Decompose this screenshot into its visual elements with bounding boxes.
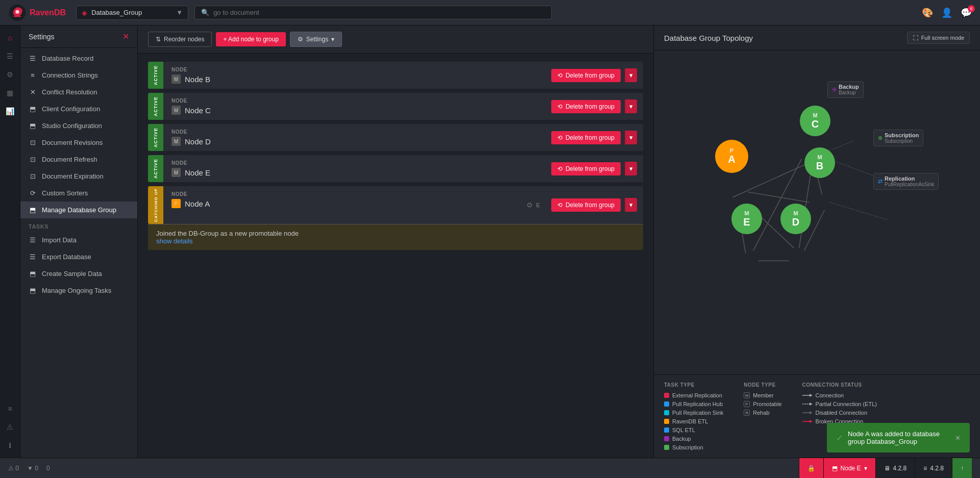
- sidebar-item-studio-configuration[interactable]: ⬒ Studio Configuration: [20, 117, 137, 134]
- topology-node-b[interactable]: M B: [804, 147, 835, 178]
- rail-settings[interactable]: ⚙: [2, 66, 18, 83]
- sql-etl-label: SQL ETL: [672, 427, 695, 433]
- manage-db-group-icon: ⬒: [29, 206, 37, 214]
- rail-logs[interactable]: ≡: [2, 400, 18, 417]
- sidebar-item-connection-strings[interactable]: ≡ Connection Strings: [20, 67, 137, 84]
- node-bottom-button[interactable]: ⬒ Node E ▾: [823, 458, 875, 479]
- task-type-title: TASK TYPE: [664, 382, 723, 388]
- partial-connection-arrow-icon: [802, 401, 813, 407]
- sidebar-item-custom-sorters[interactable]: ⟳ Custom Sorters: [20, 185, 137, 202]
- conflict-resolution-icon: ✕: [29, 88, 37, 96]
- replication-label: ⇄ Replication PullReplicationAsSink: [873, 173, 939, 190]
- rail-home[interactable]: ⌂: [2, 30, 18, 46]
- lock-icon: 🔒: [807, 465, 815, 472]
- sidebar-label-create-sample-data: Create Sample Data: [42, 270, 102, 278]
- rehab-label: Rehab: [753, 410, 769, 416]
- sidebar-item-export-database[interactable]: ☰ Export Database: [20, 248, 137, 265]
- legend-pull-sink: Pull Replication Sink: [664, 410, 723, 416]
- rail-stats[interactable]: 📊: [2, 103, 18, 119]
- subscription-legend-label: Subscription: [672, 444, 703, 450]
- topology-canvas: ⊕ Backup Backup ⊕ Subscription Subscr: [654, 51, 980, 374]
- node-e-delete-dropdown[interactable]: ▾: [625, 162, 637, 175]
- sidebar-item-client-configuration[interactable]: ⬒ Client Configuration: [20, 100, 137, 117]
- legend-backup: Backup: [664, 436, 723, 442]
- node-e-delete-button[interactable]: ⟲ Delete from group: [551, 162, 621, 175]
- sidebar-label-manage-ongoing-tasks: Manage Ongoing Tasks: [42, 287, 111, 294]
- node-c-delete-dropdown[interactable]: ▾: [625, 99, 637, 113]
- topology-node-c[interactable]: M C: [800, 106, 830, 136]
- node-bottom-label: Node E: [841, 465, 861, 472]
- disabled-connection-arrow-icon: [802, 410, 813, 415]
- rail-docs[interactable]: ☰: [2, 48, 18, 64]
- node-a-delete-button[interactable]: ⟲ Delete from group: [551, 198, 621, 212]
- ongoing-tasks-icon: ⬒: [29, 287, 37, 294]
- user-button[interactable]: 👤: [941, 7, 952, 18]
- add-node-button[interactable]: + Add node to group: [216, 32, 285, 46]
- nodes-section: ACTIVE NODE M Node B ⟲: [138, 54, 653, 458]
- sidebar-item-create-sample-data[interactable]: ⬒ Create Sample Data: [20, 265, 137, 282]
- replication-sublabel: PullReplicationAsSink: [885, 182, 934, 187]
- sidebar-item-manage-database-group[interactable]: ⬒ Manage Database Group: [20, 202, 137, 218]
- notification-button[interactable]: 💬 6: [961, 7, 972, 18]
- monitor-bottom-button[interactable]: 🖥 4.2.8: [875, 458, 915, 479]
- sidebar-header: Settings ✕: [20, 26, 137, 48]
- studio-config-icon: ⬒: [29, 122, 37, 130]
- upload-bottom-button[interactable]: ↑: [952, 458, 972, 479]
- node-bottom-chevron: ▾: [864, 465, 867, 472]
- topology-node-e[interactable]: M E: [731, 204, 762, 234]
- subscription-dot: [664, 445, 669, 450]
- toast-close-button[interactable]: ✕: [955, 434, 961, 442]
- db-selector[interactable]: ◈ Database_Group ▼: [76, 6, 188, 20]
- node-c-delete-button[interactable]: ⟲ Delete from group: [551, 100, 621, 113]
- svg-marker-17: [810, 402, 813, 406]
- sidebar-label-manage-database-group: Manage Database Group: [42, 206, 116, 214]
- sidebar-item-database-record[interactable]: ☰ Database Record: [20, 50, 137, 67]
- toast-notification: ✓ Node A was added to database group Dat…: [827, 423, 970, 452]
- node-a-delete-dropdown[interactable]: ▾: [625, 198, 637, 212]
- node-b-delete-dropdown[interactable]: ▾: [625, 68, 637, 82]
- node-e-member-icon: M: [744, 210, 749, 216]
- sidebar-item-document-expiration[interactable]: ⊡ Document Expiration: [20, 168, 137, 185]
- version-bottom-button[interactable]: ≡ 4.2.8: [915, 458, 952, 479]
- db-selector-name: Database_Group: [91, 9, 142, 16]
- sidebar-close-button[interactable]: ✕: [122, 32, 129, 41]
- reorder-nodes-button[interactable]: ⇅ Reorder nodes: [148, 32, 212, 47]
- topology-node-a[interactable]: P A: [715, 140, 748, 173]
- rail-tasks[interactable]: ▦: [2, 85, 18, 101]
- rail-info[interactable]: ℹ: [2, 437, 18, 454]
- filter-count: ▼ 0: [27, 465, 38, 472]
- database-record-icon: ☰: [29, 55, 37, 62]
- rail-alerts[interactable]: ⚠: [2, 419, 18, 435]
- pull-hub-dot: [664, 401, 669, 407]
- sidebar-label-client-configuration: Client Configuration: [42, 105, 100, 113]
- sidebar-item-import-data[interactable]: ☰ Import Data: [20, 232, 137, 248]
- svg-point-1: [15, 10, 19, 13]
- topology-node-d[interactable]: M D: [780, 204, 811, 234]
- legend-sql-etl: SQL ETL: [664, 427, 723, 433]
- fullscreen-button[interactable]: ⛶ Full screen mode: [907, 32, 970, 44]
- node-a-priority-label: E: [536, 202, 540, 208]
- subscription-sublabel: Subscription: [885, 138, 919, 144]
- palette-button[interactable]: 🎨: [922, 7, 933, 18]
- sidebar: Settings ✕ ☰ Database Record ≡ Connectio…: [20, 26, 138, 458]
- search-input[interactable]: [213, 9, 545, 16]
- sidebar-label-studio-configuration: Studio Configuration: [42, 122, 102, 130]
- main-content: ⇅ Reorder nodes + Add node to group ⚙ Se…: [138, 26, 980, 458]
- topology-header: Database Group Topology ⛶ Full screen mo…: [654, 26, 980, 51]
- node-a-show-details-link[interactable]: show details: [156, 237, 193, 245]
- node-d-delete-dropdown[interactable]: ▾: [625, 131, 637, 144]
- sidebar-item-manage-ongoing-tasks[interactable]: ⬒ Manage Ongoing Tasks: [20, 282, 137, 299]
- notification-badge: 6: [968, 5, 975, 12]
- node-b-name: M Node B: [172, 74, 537, 84]
- sidebar-item-document-refresh[interactable]: ⊡ Document Refresh: [20, 151, 137, 168]
- sidebar-item-conflict-resolution[interactable]: ✕ Conflict Resolution: [20, 84, 137, 100]
- settings-button[interactable]: ⚙ Settings ▾: [290, 32, 342, 47]
- lock-bottom-button[interactable]: 🔒: [799, 458, 823, 479]
- member-sq-icon: M: [744, 392, 750, 398]
- fullscreen-icon: ⛶: [913, 35, 918, 41]
- node-b-delete-button[interactable]: ⟲ Delete from group: [551, 69, 621, 82]
- upload-icon: ↑: [961, 465, 964, 472]
- node-d-delete-button[interactable]: ⟲ Delete from group: [551, 131, 621, 144]
- sidebar-item-document-revisions[interactable]: ⊡ Document Revisions: [20, 134, 137, 151]
- sidebar-label-connection-strings: Connection Strings: [42, 71, 98, 79]
